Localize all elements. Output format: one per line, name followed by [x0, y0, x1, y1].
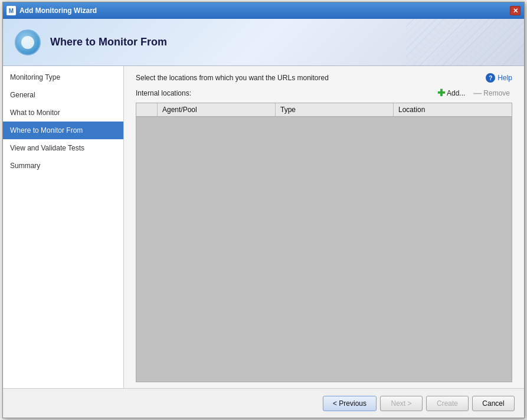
title-bar: M Add Monitoring Wizard ✕	[3, 2, 524, 19]
internal-locations-label: Internal locations:	[136, 89, 191, 97]
help-link[interactable]: ? Help	[486, 73, 512, 83]
content-body: Internal locations: ✚ Add... — Remove	[124, 87, 524, 388]
sidebar: Monitoring Type General What to Monitor …	[3, 66, 124, 388]
banner-icon-inner	[21, 36, 34, 49]
title-bar-left: M Add Monitoring Wizard	[6, 6, 97, 15]
banner-title: Where to Monitor From	[50, 36, 167, 48]
col-location: Location	[394, 103, 512, 116]
content-header: Select the locations from which you want…	[124, 66, 524, 87]
add-label: Add...	[447, 89, 465, 97]
col-agent-pool: Agent/Pool	[158, 103, 276, 116]
wizard-window: M Add Monitoring Wizard ✕ Where to Monit…	[2, 2, 525, 418]
help-icon: ?	[486, 73, 495, 83]
content-instruction: Select the locations from which you want…	[136, 74, 329, 82]
remove-button[interactable]: — Remove	[471, 88, 512, 99]
add-button[interactable]: ✚ Add...	[435, 87, 467, 99]
next-button[interactable]: Next >	[380, 396, 423, 411]
previous-button[interactable]: < Previous	[323, 396, 377, 411]
remove-icon: —	[473, 89, 482, 97]
sidebar-item-what-to-monitor[interactable]: What to Monitor	[3, 104, 123, 122]
section-header: Internal locations: ✚ Add... — Remove	[136, 87, 512, 99]
sidebar-item-view-validate[interactable]: View and Validate Tests	[3, 139, 123, 157]
window-title: Add Monitoring Wizard	[19, 6, 97, 15]
sidebar-item-general[interactable]: General	[3, 86, 123, 104]
help-label: Help	[497, 74, 512, 82]
sidebar-item-monitoring-type[interactable]: Monitoring Type	[3, 68, 123, 86]
close-button[interactable]: ✕	[510, 6, 521, 15]
main-area: Monitoring Type General What to Monitor …	[3, 66, 524, 388]
banner-icon	[15, 29, 41, 55]
window-icon: M	[6, 6, 16, 15]
sidebar-item-where-to-monitor[interactable]: Where to Monitor From	[3, 122, 123, 139]
sidebar-item-summary[interactable]: Summary	[3, 157, 123, 175]
footer: < Previous Next > Create Cancel	[3, 388, 524, 418]
header-banner: Where to Monitor From	[3, 19, 524, 66]
add-icon: ✚	[437, 88, 445, 98]
cancel-button[interactable]: Cancel	[472, 396, 515, 411]
table-header: Agent/Pool Type Location	[136, 103, 512, 117]
create-button[interactable]: Create	[426, 396, 469, 411]
col-type: Type	[276, 103, 394, 116]
table-body	[136, 117, 512, 382]
col-checkbox	[136, 103, 158, 116]
remove-label: Remove	[483, 89, 510, 97]
section-actions: ✚ Add... — Remove	[435, 87, 512, 99]
locations-table: Agent/Pool Type Location	[136, 103, 512, 382]
content-area: Select the locations from which you want…	[124, 66, 524, 388]
